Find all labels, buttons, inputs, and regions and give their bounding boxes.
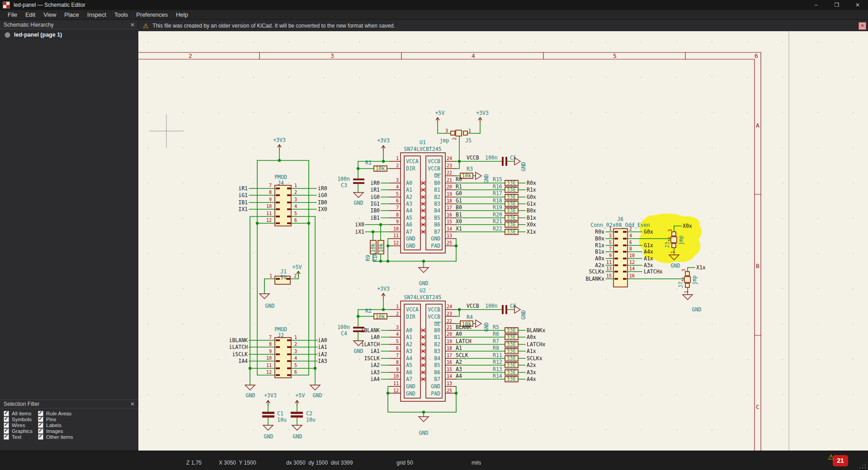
svg-text:SCLKx: SCLKx (589, 268, 604, 275)
svg-text:B: B (756, 263, 760, 269)
svg-text:10: 10 (393, 226, 399, 231)
hierarchy-root-item[interactable]: led-panel (page 1) (0, 30, 138, 40)
menu-preferences[interactable]: Preferences (132, 10, 172, 20)
svg-text:B0: B0 (456, 204, 462, 211)
svg-text:17: 17 (447, 353, 452, 358)
svg-text:GND: GND (406, 390, 415, 397)
svg-text:6: 6 (294, 370, 297, 375)
svg-text:A: A (756, 122, 760, 129)
menu-tools[interactable]: Tools (110, 10, 132, 20)
checkbox-icon[interactable] (4, 434, 9, 440)
svg-text:SN74LVCBT245: SN74LVCBT245 (404, 146, 441, 152)
schematic-drawing[interactable]: 23456ABCPMODJ4+3V3iR1iG1IB1IX1iR0iG0IB0I… (138, 31, 868, 451)
svg-text:7: 7 (396, 353, 399, 358)
menu-inspect[interactable]: Inspect (83, 10, 110, 20)
svg-text:1: 1 (684, 291, 689, 293)
svg-text:BLANKx: BLANKx (585, 276, 604, 282)
svg-text:10k: 10k (462, 321, 472, 327)
svg-text:100n: 100n (337, 324, 350, 330)
minimize-button[interactable]: – (806, 0, 826, 10)
svg-text:IX0: IX0 (318, 206, 327, 212)
svg-text:GND: GND (293, 433, 302, 440)
svg-text:20: 20 (447, 184, 452, 189)
svg-text:OE: OE (434, 173, 440, 179)
svg-text:ISCLK: ISCLK (364, 355, 380, 362)
svg-text:2: 2 (629, 226, 632, 231)
svg-text:iG1: iG1 (238, 192, 248, 198)
svg-text:jmp: jmp (440, 137, 449, 144)
svg-text:1: 1 (670, 251, 675, 254)
svg-text:IG1: IG1 (370, 201, 380, 207)
svg-text:+3V3: +3V3 (476, 110, 489, 116)
svg-text:1: 1 (468, 128, 471, 133)
svg-text:iSCLK: iSCLK (232, 351, 248, 357)
svg-text:8: 8 (269, 190, 272, 195)
svg-text:PMOD: PMOD (274, 174, 287, 180)
svg-text:19: 19 (447, 339, 452, 344)
svg-text:9: 9 (396, 219, 399, 224)
erc-error-badge[interactable]: ⚠ 21 (833, 455, 848, 466)
svg-text:jmp: jmp (691, 275, 698, 285)
checkbox-icon[interactable] (38, 434, 43, 440)
svg-text:R11: R11 (493, 352, 502, 358)
svg-text:A0: A0 (406, 180, 412, 186)
svg-text:R15: R15 (493, 176, 502, 183)
filter-rule-areas[interactable]: Rule Areas (38, 410, 71, 416)
sheet-bullet-icon (5, 32, 10, 38)
svg-text:GND: GND (406, 383, 415, 390)
svg-text:B1x: B1x (595, 249, 604, 255)
svg-text:LATCHx: LATCHx (644, 268, 663, 275)
filter-other-items[interactable]: Other items (38, 434, 73, 440)
hierarchy-close-icon[interactable]: ✕ (130, 22, 135, 28)
svg-text:A1: A1 (406, 187, 412, 193)
svg-text:iX0: iX0 (355, 221, 364, 228)
selection-filter-close-icon[interactable]: ✕ (130, 401, 135, 407)
svg-text:jmp: jmp (678, 235, 684, 245)
schematic-canvas[interactable]: 23456ABCPMODJ4+3V3iR1iG1IB1IX1iR0iG0IB0I… (138, 31, 868, 451)
svg-text:R8: R8 (493, 345, 499, 351)
svg-text:2: 2 (294, 190, 297, 195)
svg-text:R0: R0 (456, 176, 462, 183)
svg-text:DIR: DIR (406, 314, 415, 320)
svg-text:7: 7 (269, 335, 272, 340)
svg-text:IA3: IA3 (318, 358, 327, 364)
svg-text:iR0: iR0 (318, 185, 327, 192)
svg-text:1: 1 (609, 226, 612, 231)
svg-text:iX1: iX1 (355, 229, 364, 235)
menu-view[interactable]: View (39, 10, 60, 20)
svg-text:A7: A7 (406, 376, 412, 382)
svg-text:C1: C1 (277, 410, 283, 417)
svg-text:A3: A3 (406, 201, 412, 207)
resize-grip[interactable] (858, 461, 867, 469)
svg-text:GND: GND (419, 430, 429, 436)
svg-text:B0: B0 (434, 180, 440, 186)
svg-text:B5: B5 (434, 215, 440, 221)
menu-edit[interactable]: Edit (21, 10, 39, 20)
maximize-button[interactable]: ❐ (826, 0, 847, 10)
close-button[interactable]: ✕ (847, 0, 868, 10)
svg-text:R12: R12 (493, 359, 502, 365)
svg-text:C3: C3 (341, 182, 347, 188)
app-icon (3, 1, 10, 9)
menu-file[interactable]: File (4, 10, 21, 20)
svg-text:GND: GND (520, 310, 527, 320)
svg-text:10k: 10k (462, 173, 472, 179)
filter-text[interactable]: Text (4, 434, 21, 440)
status-grid[interactable]: grid 50 (396, 460, 413, 466)
svg-text:8: 8 (269, 342, 272, 347)
svg-text:iA4: iA4 (370, 376, 380, 382)
svg-text:16: 16 (447, 360, 452, 365)
menu-help[interactable]: Help (172, 10, 192, 20)
svg-text:10: 10 (629, 253, 635, 258)
menu-place[interactable]: Place (60, 10, 83, 20)
svg-text:17: 17 (447, 205, 452, 210)
banner-dismiss-icon[interactable]: ✕ (859, 22, 866, 30)
svg-text:100n: 100n (337, 176, 350, 182)
svg-text:9: 9 (269, 349, 272, 354)
svg-text:SCLK: SCLK (456, 352, 468, 358)
svg-text:G1: G1 (456, 197, 462, 204)
status-units[interactable]: mils (472, 460, 481, 466)
svg-text:IX1: IX1 (238, 206, 248, 212)
svg-text:4: 4 (294, 356, 297, 361)
svg-text:VCCB: VCCB (428, 314, 440, 320)
